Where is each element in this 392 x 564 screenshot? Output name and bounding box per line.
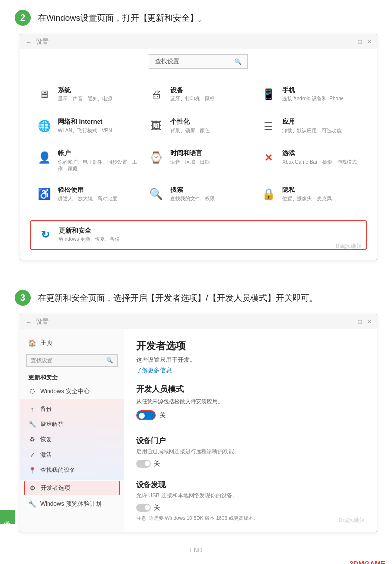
device-subtitle: 蓝牙、打印机、鼠标: [170, 95, 250, 102]
settings-item-personal[interactable]: 🖼 个性化 背景、锁屏、颜色: [143, 110, 255, 142]
step3-title: 在更新和安全页面，选择开启【开发者选项】/【开发人员模式】开关即可。: [38, 292, 318, 304]
search-title: 搜索: [170, 186, 250, 194]
sidebar-item-preview[interactable]: 🔧 Windows 预览体验计划: [20, 496, 124, 512]
search-input-box[interactable]: 查找设置 🔍: [149, 54, 248, 69]
dev-options-desc: 这些设置只用于开发。: [136, 356, 365, 364]
device-discovery-title: 设备发现: [136, 480, 365, 490]
sidebar-search[interactable]: 查找设置 🔍: [26, 354, 118, 367]
preview-label: Windows 预览体验计划: [40, 500, 101, 508]
home-label: 主页: [40, 338, 53, 347]
device-discovery-desc: 允许 USB 连接和本地网络发现你的设备。: [136, 492, 365, 499]
dev-mode-toggle[interactable]: [136, 410, 156, 420]
step2-window: ← 设置 ─ □ ✕ 查找设置 🔍 🖥 系统 显示、声音、通知、电源: [20, 34, 377, 260]
sidebar-section-title: 更新和安全: [20, 370, 124, 384]
sidebar-item-activate[interactable]: ✓ 激活: [20, 447, 124, 463]
dev-mode-desc: 从任意来源包括松散文件安装应用。: [136, 398, 365, 405]
find-device-label: 查找我的设备: [40, 466, 76, 474]
back-arrow-icon[interactable]: ←: [25, 38, 32, 46]
phone-icon: 📱: [259, 86, 277, 103]
search-icon: 🔍: [234, 58, 242, 65]
network-icon: 🌐: [35, 117, 53, 135]
sidebar: 🏠 主页 查找设置 🔍 更新和安全 🛡 Windows 安全中心 ↑ 备份: [20, 329, 124, 532]
security-label: Windows 安全中心: [40, 387, 90, 396]
device-portal-toggle[interactable]: [136, 460, 151, 468]
personal-subtitle: 背景、锁屏、颜色: [170, 127, 250, 134]
divider2: [136, 474, 365, 474]
settings-item-app[interactable]: ☰ 应用 卸载、默认应用、可选功能: [254, 110, 367, 142]
ease-title: 轻松使用: [58, 186, 138, 194]
step3-back-arrow[interactable]: ←: [25, 318, 32, 326]
end-text: END: [0, 542, 392, 558]
network-title: 网络和 Internet: [58, 117, 138, 126]
ease-icon: ♿: [35, 186, 53, 203]
close-icon[interactable]: ✕: [367, 38, 372, 45]
dev-options-link[interactable]: 了解更多信息: [136, 366, 365, 375]
split-body: 🏠 主页 查找设置 🔍 更新和安全 🛡 Windows 安全中心 ↑ 备份: [20, 329, 377, 532]
phone-subtitle: 连接 Android 设备和 iPhone: [282, 95, 362, 102]
update-subtitle: Windows 更新、恢复、备份: [59, 236, 361, 242]
sidebar-gradient: ↑ 备份 🔧 疑难解答 ♻ 恢复 ✓ 激活: [20, 399, 124, 480]
system-title: 系统: [58, 86, 138, 94]
update-title: 更新和安全: [59, 226, 361, 235]
step3-win-controls[interactable]: ─ □ ✕: [349, 318, 372, 325]
brand-watermark: 3DMGAME: [349, 560, 385, 564]
time-icon: ⌚: [147, 149, 165, 167]
sidebar-item-recovery[interactable]: ♻ 恢复: [20, 432, 124, 447]
step3-maximize-icon[interactable]: □: [358, 318, 362, 325]
titlebar-left: ← 设置: [25, 37, 49, 46]
activate-label: 激活: [40, 451, 52, 459]
settings-item-search[interactable]: 🔍 搜索 查找我的文件、权限: [143, 179, 255, 210]
settings-item-privacy[interactable]: 🔒 隐私 位置、摄像头、麦克风: [254, 179, 367, 210]
step2-header: 2 在Windows设置页面，打开【更新和安全】。: [15, 10, 377, 26]
step3-watermark: Bai@u谦姐: [339, 517, 365, 524]
device-portal-title: 设备门户: [136, 436, 365, 446]
ease-subtitle: 讲述人、放大镜、高对比度: [58, 195, 138, 202]
sidebar-item-backup[interactable]: ↑ 备份: [20, 401, 124, 417]
maximize-icon[interactable]: □: [358, 38, 362, 45]
privacy-title: 隐私: [282, 186, 362, 194]
app-icon: ☰: [259, 117, 277, 135]
side-label: 此内容: [0, 510, 15, 524]
step2-badge: 2: [15, 10, 31, 26]
settings-item-system[interactable]: 🖥 系统 显示、声音、通知、电源: [30, 79, 143, 110]
search-settings-icon: 🔍: [147, 186, 165, 203]
step2-title: 在Windows设置页面，打开【更新和安全】。: [38, 12, 206, 24]
sidebar-item-developer[interactable]: ⚙ 开发者选项: [24, 481, 120, 495]
watermark2: Bai@u谦姐: [336, 242, 362, 250]
settings-item-phone[interactable]: 📱 手机 连接 Android 设备和 iPhone: [254, 79, 367, 110]
home-icon: 🏠: [28, 339, 36, 347]
sidebar-item-troubleshoot[interactable]: 🔧 疑难解答: [20, 417, 124, 432]
sidebar-item-find-device[interactable]: 📍 查找我的设备: [20, 463, 124, 478]
troubleshoot-icon: 🔧: [28, 421, 36, 428]
account-title: 帐户: [58, 149, 138, 158]
personal-title: 个性化: [170, 117, 250, 126]
note-text: 注意: 这需要 Windows 10 SDK 版本 1803 或更高版本。: [136, 515, 365, 522]
step2-titlebar: ← 设置 ─ □ ✕: [20, 34, 377, 49]
sidebar-item-security[interactable]: 🛡 Windows 安全中心: [20, 384, 124, 399]
settings-item-account[interactable]: 👤 帐户 你的帐户、电子邮件、同步设置、工作、家庭: [30, 142, 143, 179]
step3-minimize-icon[interactable]: ─: [349, 318, 353, 325]
minimize-icon[interactable]: ─: [349, 38, 353, 45]
settings-item-time[interactable]: ⌚ 时间和语言 语音、区域、日期: [143, 142, 255, 179]
system-icon: 🖥: [35, 86, 53, 103]
network-subtitle: WLAN、飞行模式、VPN: [58, 127, 138, 134]
recovery-icon: ♻: [28, 436, 36, 443]
settings-item-ease[interactable]: ♿ 轻松使用 讲述人、放大镜、高对比度: [30, 179, 143, 210]
developer-label: 开发者选项: [41, 484, 70, 492]
settings-item-game[interactable]: ✕ 游戏 Xbox Game Bar、摄影、游戏模式: [254, 142, 367, 179]
divider1: [136, 430, 365, 430]
game-title: 游戏: [282, 149, 362, 158]
settings-item-device[interactable]: 🖨 设备 蓝牙、打印机、鼠标: [143, 79, 255, 110]
troubleshoot-label: 疑难解答: [40, 420, 64, 428]
find-device-icon: 📍: [28, 467, 36, 474]
device-icon: 🖨: [147, 86, 165, 103]
update-security-item[interactable]: ↻ 更新和安全 Windows 更新、恢复、备份: [30, 220, 367, 250]
search-placeholder: 查找设置: [155, 57, 179, 66]
settings-item-network[interactable]: 🌐 网络和 Internet WLAN、飞行模式、VPN: [30, 110, 143, 142]
sidebar-home[interactable]: 🏠 主页: [20, 334, 124, 351]
win-controls[interactable]: ─ □ ✕: [349, 38, 372, 45]
account-icon: 👤: [35, 149, 53, 167]
step3-header: 3 在更新和安全页面，选择开启【开发者选项】/【开发人员模式】开关即可。: [15, 290, 377, 306]
step3-close-icon[interactable]: ✕: [367, 318, 372, 325]
device-discovery-toggle[interactable]: [136, 504, 151, 512]
